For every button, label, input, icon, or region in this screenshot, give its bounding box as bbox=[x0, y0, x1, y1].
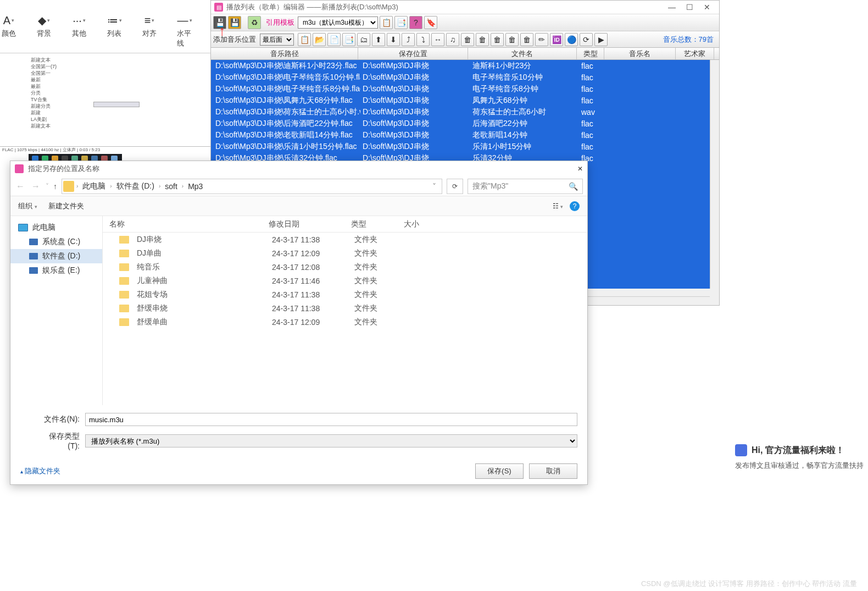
save-button[interactable]: 保存(S) bbox=[475, 463, 524, 479]
col-date[interactable]: 修改日期 bbox=[262, 219, 344, 229]
table-row[interactable]: D:\soft\Mp3\DJ串烧\迪斯科1小时23分.flacD:\soft\M… bbox=[211, 60, 719, 71]
toolbar-icon[interactable]: ▶ bbox=[594, 33, 608, 46]
toolbar-icon[interactable]: 🗑 bbox=[505, 33, 519, 46]
new-folder-button[interactable]: 新建文件夹 bbox=[48, 201, 84, 211]
toolbar-icon[interactable]: 🔵 bbox=[565, 33, 578, 46]
toolbar-icon[interactable]: 🗑 bbox=[491, 33, 504, 46]
v-scrollbar[interactable] bbox=[710, 60, 719, 289]
toolbar-icon[interactable]: ↔ bbox=[431, 33, 444, 46]
tool-icon[interactable]: 📑 bbox=[394, 16, 408, 29]
template-select[interactable]: m3u（默认m3u模板） bbox=[298, 16, 378, 29]
help-icon[interactable]: ? bbox=[409, 16, 422, 29]
minimize-button[interactable]: — bbox=[663, 2, 681, 13]
toolbar-icon[interactable]: 📄 bbox=[327, 33, 341, 46]
toolbar-icon[interactable]: 🗑 bbox=[476, 33, 489, 46]
nav-up-icon[interactable]: ↑ bbox=[53, 182, 57, 191]
editor-tool[interactable]: —▾水平线 bbox=[177, 14, 192, 48]
col-music[interactable]: 音乐名 bbox=[604, 48, 676, 59]
list-item[interactable]: 纯音乐 24-3-17 12:08 文件夹 bbox=[103, 260, 587, 274]
toolbar-icon[interactable]: ⬇ bbox=[387, 33, 400, 46]
tool-icon[interactable]: 📋 bbox=[380, 16, 393, 29]
editor-tool[interactable]: ◆▾背景 bbox=[36, 14, 52, 48]
dialog-close-button[interactable]: ✕ bbox=[577, 165, 583, 173]
filename-label: 文件名(N): bbox=[42, 415, 80, 424]
folder-icon bbox=[119, 305, 129, 312]
filetype-select[interactable]: 播放列表名称 (*.m3u) bbox=[85, 434, 577, 448]
toolbar-icon[interactable]: ⤵ bbox=[416, 33, 430, 46]
table-row[interactable]: D:\soft\Mp3\DJ串烧\凤舞九天68分钟.flacD:\soft\Mp… bbox=[211, 95, 719, 106]
toolbar-icon[interactable]: 🗑 bbox=[520, 33, 533, 46]
red-arrow-annotation: ↓ bbox=[219, 25, 225, 41]
col-size[interactable]: 大小 bbox=[397, 219, 441, 229]
toolbar-icon[interactable]: 🗑 bbox=[461, 33, 474, 46]
folder-tree[interactable]: 此电脑 系统盘 (C:) 软件盘 (D:) 娱乐盘 (E:) bbox=[10, 216, 103, 405]
col-type[interactable]: 类型 bbox=[577, 48, 604, 59]
tree-item[interactable]: 系统盘 (C:) bbox=[10, 235, 102, 249]
toolbar-icon[interactable]: ⤴ bbox=[402, 33, 415, 46]
folder-icon bbox=[119, 277, 129, 285]
table-row[interactable]: D:\soft\Mp3\DJ串烧\电子琴纯音乐10分钟.flacD:\soft\… bbox=[211, 71, 719, 83]
tag-icon[interactable]: 🔖 bbox=[424, 16, 437, 29]
toolbar-icon[interactable]: ✏ bbox=[535, 33, 548, 46]
table-row[interactable]: D:\soft\Mp3\DJ串烧\电子琴纯音乐8分钟.flacD:\soft\M… bbox=[211, 83, 719, 95]
dialog-title: 指定另存的位置及名称 bbox=[28, 164, 577, 174]
promo-card[interactable]: Hi, 官方流量福利来啦！ 发布博文且审核通过，畅享官方流量扶持 bbox=[731, 440, 868, 475]
table-row[interactable]: D:\soft\Mp3\DJ串烧\乐清1小时15分钟.flacD:\soft\M… bbox=[211, 141, 719, 152]
watermark: CSDN @低调走绕过 设计写博客 用券路径：创作中心 帮作活动 流量 bbox=[641, 579, 857, 589]
list-item[interactable]: 舒缓单曲 24-3-17 12:09 文件夹 bbox=[103, 315, 587, 329]
maximize-button[interactable]: ☐ bbox=[681, 2, 698, 13]
filename-input[interactable] bbox=[85, 413, 577, 426]
table-row[interactable]: D:\soft\Mp3\DJ串烧\老歌新唱14分钟.flacD:\soft\Mp… bbox=[211, 129, 719, 141]
folder-icon bbox=[119, 250, 129, 257]
table-row[interactable]: D:\soft\Mp3\DJ串烧\荷东猛士的士高6小时.waD:\soft\Mp… bbox=[211, 106, 719, 118]
nav-back-icon[interactable]: ← bbox=[15, 181, 26, 191]
tree-item[interactable]: 软件盘 (D:) bbox=[10, 249, 102, 263]
cancel-button[interactable]: 取消 bbox=[529, 463, 577, 479]
hide-folders-link[interactable]: 隐藏文件夹 bbox=[20, 466, 60, 476]
add-position-select[interactable]: 最后面 bbox=[260, 34, 294, 46]
organize-menu[interactable]: 组织 ▾ bbox=[18, 201, 37, 211]
toolbar-icon[interactable]: 🆔 bbox=[550, 33, 563, 46]
col-name[interactable]: 名称 bbox=[103, 219, 262, 229]
editor-tool[interactable]: ≡▾对齐 bbox=[142, 14, 157, 48]
col-path[interactable]: 音乐路径 bbox=[211, 48, 358, 59]
search-input[interactable]: 搜索"Mp3"🔍 bbox=[468, 179, 583, 194]
refresh-icon[interactable]: ♻ bbox=[248, 16, 261, 29]
toolbar-icon[interactable]: 📑 bbox=[342, 33, 355, 46]
folder-icon bbox=[119, 318, 129, 326]
save-as-icon[interactable]: 💾 bbox=[228, 16, 241, 29]
toolbar-icon[interactable]: 📋 bbox=[298, 33, 311, 46]
col-file[interactable]: 文件名 bbox=[468, 48, 577, 59]
toolbar-icon[interactable]: ♫ bbox=[446, 33, 459, 46]
toolbar-icon[interactable]: ⬆ bbox=[372, 33, 385, 46]
toolbar-icon[interactable]: ⟳ bbox=[580, 33, 593, 46]
editor-tool[interactable]: ≔▾列表 bbox=[107, 14, 122, 48]
col-save[interactable]: 保存位置 bbox=[358, 48, 468, 59]
toolbar-2: 添加音乐位置 最后面 📋📂📄📑🗂⬆⬇⤴⤵↔♫🗑🗑🗑🗑🗑✏🆔🔵⟳▶ 音乐总数：79… bbox=[211, 31, 719, 48]
chevron-down-icon[interactable]: ˅ bbox=[428, 182, 441, 191]
toolbar-icon[interactable]: 📂 bbox=[313, 33, 326, 46]
tree-item[interactable]: 此电脑 bbox=[10, 220, 102, 235]
editor-tool[interactable]: ···▾其他 bbox=[71, 14, 87, 48]
list-item[interactable]: DJ串烧 24-3-17 11:38 文件夹 bbox=[103, 233, 587, 246]
tree-item[interactable]: 娱乐盘 (E:) bbox=[10, 263, 102, 278]
toolbar-icon[interactable]: 🗂 bbox=[357, 33, 370, 46]
editor-tool[interactable]: A▾颜色 bbox=[1, 14, 16, 48]
refresh-button[interactable]: ⟳ bbox=[447, 179, 463, 194]
list-item[interactable]: 儿童神曲 24-3-17 11:46 文件夹 bbox=[103, 274, 587, 288]
megaphone-icon bbox=[735, 444, 747, 456]
close-button[interactable]: ✕ bbox=[698, 2, 716, 13]
help-icon[interactable]: ? bbox=[570, 201, 580, 211]
list-item[interactable]: DJ单曲 24-3-17 12:09 文件夹 bbox=[103, 246, 587, 260]
list-item[interactable]: 花姐专场 24-3-17 11:38 文件夹 bbox=[103, 288, 587, 301]
total-count: 音乐总数：79首 bbox=[663, 35, 717, 45]
breadcrumb[interactable]: ›此电脑 ›软件盘 (D:) ›soft ›Mp3 ˅ bbox=[62, 179, 442, 194]
status-bar: FLAC | 1075 kbps | 44100 hz | 立体声 | 0:03… bbox=[0, 146, 211, 153]
nav-forward-icon[interactable]: → bbox=[30, 181, 41, 191]
window-title: 播放列表（歌单）编辑器 ——新播放列表(D:\soft\Mp3) bbox=[226, 2, 663, 12]
list-item[interactable]: 舒缓串烧 24-3-17 11:38 文件夹 bbox=[103, 301, 587, 315]
col-type[interactable]: 类型 bbox=[344, 219, 397, 229]
view-mode-icon[interactable]: ☷ ▾ bbox=[553, 202, 563, 210]
col-artist[interactable]: 艺术家 bbox=[676, 48, 714, 59]
table-row[interactable]: D:\soft\Mp3\DJ串烧\后海酒吧22分钟.flacD:\soft\Mp… bbox=[211, 118, 719, 129]
